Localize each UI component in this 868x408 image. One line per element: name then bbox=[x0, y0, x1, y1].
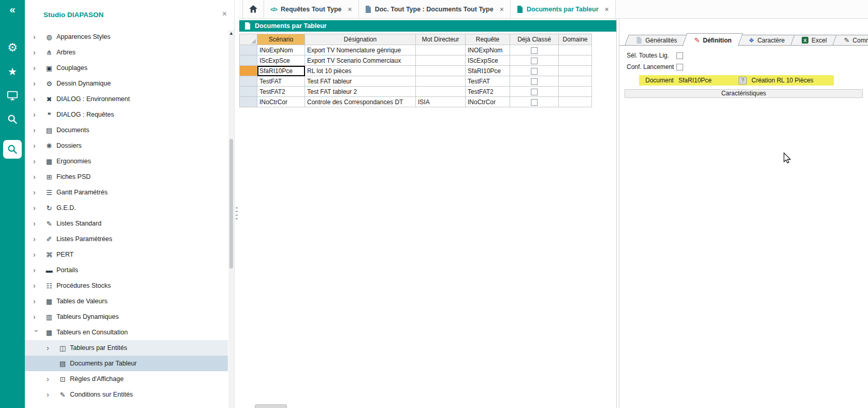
cell-domaine[interactable] bbox=[559, 87, 592, 97]
cell-deja-classe[interactable] bbox=[510, 45, 559, 55]
conf-lancement-checkbox[interactable] bbox=[676, 64, 683, 71]
chevron-down-icon[interactable]: › bbox=[33, 330, 41, 340]
row-header-selected[interactable] bbox=[240, 66, 257, 76]
close-tab-icon[interactable]: × bbox=[605, 5, 609, 13]
deja-classe-checkbox[interactable] bbox=[531, 99, 538, 106]
cell-requete[interactable]: IScExpSce bbox=[466, 55, 510, 66]
row-header[interactable] bbox=[240, 55, 257, 66]
chevron-right-icon[interactable]: › bbox=[33, 79, 44, 88]
favorites-star-icon[interactable]: ★ bbox=[0, 61, 25, 82]
sidebar-item-regles-affichage[interactable]: ›⊡Règles d'Affichage bbox=[25, 371, 228, 387]
scroll-up-icon[interactable]: ▲ bbox=[228, 31, 234, 36]
document-lookup-button[interactable]: ? bbox=[739, 77, 747, 85]
chevron-right-icon[interactable]: › bbox=[47, 375, 57, 383]
deja-classe-checkbox[interactable] bbox=[531, 68, 538, 75]
cell-scenario-selected[interactable]: SfaRI10Pce bbox=[257, 66, 305, 76]
cell-designation[interactable]: RL lot 10 pièces bbox=[305, 66, 416, 76]
column-header-deja-classe[interactable]: Déjà Classé bbox=[510, 34, 559, 45]
cell-deja-classe[interactable] bbox=[510, 87, 559, 97]
bottom-partial-button[interactable] bbox=[255, 404, 287, 408]
chevron-right-icon[interactable]: › bbox=[33, 110, 44, 119]
chevron-right-icon[interactable]: › bbox=[33, 266, 44, 274]
document-value[interactable]: SfaRI10Pce bbox=[678, 77, 739, 84]
cell-designation[interactable]: Test FAT tableur 2 bbox=[305, 87, 416, 97]
chevron-right-icon[interactable]: › bbox=[33, 142, 44, 150]
sidebar-item-procedures-stocks[interactable]: ›☷Procédures Stocks bbox=[25, 278, 228, 293]
tab-commentaire[interactable]: ✎ Commentaire bbox=[836, 35, 868, 46]
sidebar-item-fiches-psd[interactable]: ›⊞Fiches PSD bbox=[25, 169, 228, 185]
tab-definition[interactable]: ✎ Définition bbox=[687, 35, 739, 46]
column-header-domaine[interactable]: Domaine bbox=[559, 34, 592, 45]
chevron-right-icon[interactable]: › bbox=[33, 204, 44, 212]
cell-designation[interactable]: Export TV Nomenclature génrique bbox=[305, 45, 416, 55]
cell-domaine[interactable] bbox=[559, 66, 592, 76]
sidebar-item-apparences-styles[interactable]: ›◍Apparences Styles bbox=[25, 29, 228, 45]
monitor-icon[interactable] bbox=[0, 85, 25, 106]
sidebar-item-documents[interactable]: ›▤Documents bbox=[25, 122, 228, 138]
chevron-right-icon[interactable]: › bbox=[33, 235, 44, 243]
close-tab-icon[interactable]: × bbox=[500, 5, 504, 13]
sidebar-scrollbar[interactable]: ▲ bbox=[228, 30, 234, 408]
chevron-right-icon[interactable]: › bbox=[33, 219, 44, 228]
settings-gear-icon[interactable]: ⚙ bbox=[0, 37, 25, 58]
cell-requete[interactable]: TestFAT bbox=[466, 76, 510, 87]
tab-documents-par-tableur[interactable]: Documents par Tableur × bbox=[511, 0, 616, 18]
sidebar-item-dialog-environnement[interactable]: ›✖DIALOG : Environnement bbox=[25, 91, 228, 107]
cell-mot-directeur[interactable]: ISIA bbox=[416, 97, 466, 107]
cell-mot-directeur[interactable] bbox=[416, 45, 466, 55]
tab-home[interactable] bbox=[242, 0, 264, 18]
sidebar-item-dialog-requetes[interactable]: ›❝DIALOG : Requêtes bbox=[25, 107, 228, 122]
search-explorer-active-icon[interactable] bbox=[0, 139, 25, 160]
cell-scenario[interactable]: IScExpSce bbox=[257, 55, 305, 66]
chevron-right-icon[interactable]: › bbox=[33, 250, 44, 259]
row-header[interactable] bbox=[240, 87, 257, 97]
chevron-right-icon[interactable]: › bbox=[47, 344, 57, 352]
cell-mot-directeur[interactable] bbox=[416, 55, 466, 66]
chevron-right-icon[interactable]: › bbox=[33, 126, 44, 134]
cell-domaine[interactable] bbox=[559, 55, 592, 66]
cell-deja-classe[interactable] bbox=[510, 97, 559, 107]
cell-requete[interactable]: INoCtrCor bbox=[466, 97, 510, 107]
tab-excel[interactable]: X Excel bbox=[794, 35, 834, 46]
select-all-corner-cell[interactable] bbox=[240, 34, 257, 45]
chevron-right-icon[interactable]: › bbox=[33, 157, 44, 165]
sidebar-item-portails[interactable]: ›▬Portails bbox=[25, 262, 228, 278]
chevron-right-icon[interactable]: › bbox=[33, 33, 44, 41]
cell-designation[interactable]: Controle des Correspondances DT bbox=[305, 97, 416, 107]
chevron-right-icon[interactable]: › bbox=[33, 188, 44, 196]
sidebar-item-arbres[interactable]: ›⋔Arbres bbox=[25, 45, 228, 60]
deja-classe-checkbox[interactable] bbox=[531, 78, 538, 85]
search-icon[interactable] bbox=[0, 109, 25, 130]
sidebar-item-tables-de-valeurs[interactable]: ›▦Tables de Valeurs bbox=[25, 293, 228, 309]
cell-scenario[interactable]: INoExpNom bbox=[257, 45, 305, 55]
tab-caractere[interactable]: ❖ Caractère bbox=[742, 35, 792, 46]
sidebar-close-icon[interactable]: × bbox=[222, 10, 227, 18]
sidebar-splitter[interactable] bbox=[234, 0, 238, 408]
sidebar-item-conditions-sur-entites[interactable]: ›✎Conditions sur Entités bbox=[25, 387, 228, 402]
cell-scenario[interactable]: TestFAT bbox=[257, 76, 305, 87]
deja-classe-checkbox[interactable] bbox=[531, 47, 538, 54]
tab-generalites[interactable]: Généralités bbox=[629, 35, 684, 46]
sidebar-item-ergonomies[interactable]: ›▦Ergonomies bbox=[25, 153, 228, 169]
sidebar-item-dessin-dynamique[interactable]: ›⚙Dessin Dynamique bbox=[25, 76, 228, 91]
column-header-requete[interactable]: Requête bbox=[466, 34, 510, 45]
collapse-sidebar-icon[interactable]: « bbox=[9, 3, 15, 16]
cell-scenario[interactable]: TestFAT2 bbox=[257, 87, 305, 97]
cell-deja-classe[interactable] bbox=[510, 76, 559, 87]
sidebar-item-tableurs-dynamiques[interactable]: ›▥Tableurs Dynamiques bbox=[25, 309, 228, 325]
deja-classe-checkbox[interactable] bbox=[531, 58, 538, 64]
chevron-right-icon[interactable]: › bbox=[33, 313, 44, 321]
cell-scenario[interactable]: INoCtrCor bbox=[257, 97, 305, 107]
row-header[interactable] bbox=[240, 45, 257, 55]
cell-domaine[interactable] bbox=[559, 76, 592, 87]
scrollbar-thumb[interactable] bbox=[229, 139, 233, 269]
deja-classe-checkbox[interactable] bbox=[531, 89, 538, 95]
cell-mot-directeur[interactable] bbox=[416, 76, 466, 87]
sidebar-item-gantt-parametres[interactable]: ›☰Gantt Paramétrés bbox=[25, 185, 228, 200]
chevron-right-icon[interactable]: › bbox=[33, 297, 44, 305]
sidebar-item-listes-parametrees[interactable]: ›✐Listes Paramétrées bbox=[25, 231, 228, 247]
chevron-right-icon[interactable]: › bbox=[33, 48, 44, 57]
sidebar-item-listes-standard[interactable]: ›✎Listes Standard bbox=[25, 216, 228, 231]
column-header-scenario[interactable]: Scénario bbox=[257, 34, 305, 45]
cell-domaine[interactable] bbox=[559, 97, 592, 107]
